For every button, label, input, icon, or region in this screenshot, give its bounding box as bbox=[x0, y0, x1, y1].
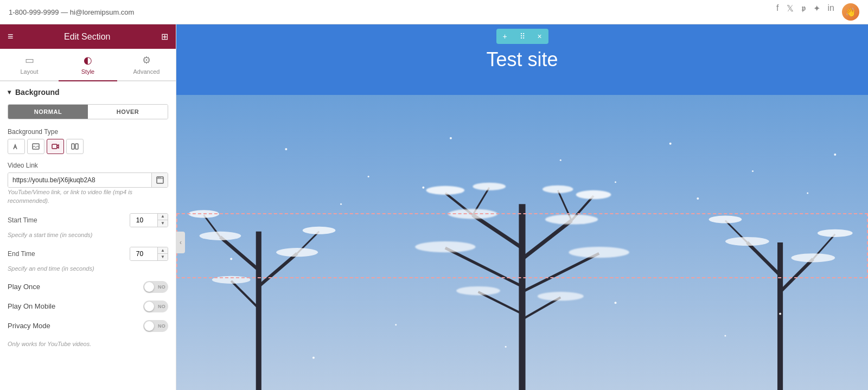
svg-point-33 bbox=[576, 190, 611, 199]
svg-point-58 bbox=[422, 187, 424, 189]
start-time-hint: Specify a start time (in seconds) bbox=[8, 232, 93, 238]
bg-type-color-btn[interactable] bbox=[8, 139, 25, 154]
play-on-mobile-no: NO bbox=[158, 304, 165, 309]
bg-type-image-btn[interactable] bbox=[27, 139, 44, 154]
background-label: Background bbox=[15, 88, 60, 97]
privacy-mode-toggle[interactable]: NO bbox=[143, 320, 168, 332]
bg-type-slideshow-btn[interactable] bbox=[66, 139, 84, 154]
normal-toggle-btn[interactable]: NORMAL bbox=[8, 105, 88, 119]
toolbar-add-btn[interactable]: + bbox=[496, 29, 514, 44]
snow-tree-visual bbox=[176, 95, 868, 390]
svg-point-46 bbox=[709, 215, 742, 223]
privacy-mode-row: Privacy Mode NO bbox=[8, 320, 168, 332]
end-time-input[interactable] bbox=[130, 247, 157, 260]
end-time-input-wrapper: ▲ ▼ bbox=[130, 247, 168, 261]
avatar-icon[interactable]: 👋 bbox=[842, 3, 859, 21]
facebook-icon[interactable]: f bbox=[776, 3, 778, 21]
play-once-toggle[interactable]: NO bbox=[143, 281, 168, 293]
svg-point-45 bbox=[212, 276, 251, 284]
start-time-up-btn[interactable]: ▲ bbox=[158, 214, 168, 220]
svg-point-44 bbox=[303, 227, 336, 234]
linkedin-icon[interactable]: in bbox=[828, 3, 834, 21]
play-on-mobile-toggle[interactable]: NO bbox=[143, 301, 168, 312]
video-link-input-wrapper bbox=[8, 172, 168, 188]
start-time-input-row: Start Time ▲ ▼ bbox=[8, 213, 168, 227]
hover-toggle-btn[interactable]: HOVER bbox=[88, 105, 168, 119]
svg-point-61 bbox=[807, 192, 808, 194]
pinterest-icon[interactable]: 𝖕 bbox=[801, 3, 806, 21]
svg-point-39 bbox=[456, 286, 500, 295]
collapse-panel-btn[interactable]: ‹ bbox=[176, 232, 185, 253]
tab-layout[interactable]: ▭ Layout bbox=[0, 49, 59, 81]
contact-info: 1-800-999-9999 — hi@loremipsum.com bbox=[9, 8, 765, 16]
svg-point-52 bbox=[450, 137, 452, 139]
privacy-mode-label: Privacy Mode bbox=[8, 322, 50, 330]
svg-point-54 bbox=[669, 143, 672, 145]
main-layout: ≡ Edit Section ⊞ ▭ Layout ◐ Style ⚙ Adva… bbox=[0, 24, 868, 390]
end-time-hint: Specify an end time (in seconds) bbox=[8, 265, 94, 272]
tab-advanced[interactable]: ⚙ Advanced bbox=[117, 49, 176, 81]
svg-point-41 bbox=[188, 210, 219, 218]
site-header-bar: Test site + ⠿ × bbox=[176, 24, 868, 95]
hamburger-icon[interactable]: ≡ bbox=[8, 31, 14, 42]
svg-point-38 bbox=[569, 247, 629, 258]
end-time-down-btn[interactable]: ▼ bbox=[158, 254, 168, 260]
right-content: Test site + ⠿ × bbox=[176, 24, 868, 390]
end-time-up-btn[interactable]: ▲ bbox=[158, 247, 168, 254]
tab-layout-label: Layout bbox=[20, 68, 38, 75]
toolbar-move-btn[interactable]: ⠿ bbox=[514, 29, 531, 44]
svg-point-43 bbox=[276, 248, 318, 257]
tab-style[interactable]: ◐ Style bbox=[59, 49, 117, 81]
video-link-icon-btn[interactable] bbox=[151, 173, 168, 187]
twitter-icon[interactable]: 𝕏 bbox=[787, 3, 794, 21]
yelp-icon[interactable]: ✦ bbox=[813, 3, 820, 21]
bg-type-video-btn[interactable] bbox=[47, 139, 64, 154]
start-time-input-wrapper: ▲ ▼ bbox=[130, 213, 168, 227]
panel-title: Edit Section bbox=[64, 32, 110, 42]
tab-advanced-label: Advanced bbox=[133, 68, 160, 75]
play-on-mobile-row: Play On Mobile NO bbox=[8, 301, 168, 312]
end-time-label: End Time bbox=[8, 250, 35, 258]
svg-rect-3 bbox=[75, 144, 78, 149]
video-link-hint: YouTube/Vimeo link, or link to video fil… bbox=[8, 189, 132, 204]
svg-point-35 bbox=[448, 209, 497, 219]
layout-icon: ▭ bbox=[25, 54, 34, 66]
start-time-spinners: ▲ ▼ bbox=[157, 214, 168, 227]
svg-point-51 bbox=[368, 176, 369, 177]
svg-point-65 bbox=[724, 335, 726, 337]
background-header[interactable]: ▾ Background bbox=[8, 88, 168, 97]
svg-point-64 bbox=[615, 302, 617, 304]
play-once-no: NO bbox=[158, 284, 165, 290]
svg-point-55 bbox=[752, 170, 754, 172]
grid-icon[interactable]: ⊞ bbox=[161, 31, 168, 42]
end-time-row: End Time ▲ ▼ Specify an end time (in sec… bbox=[8, 247, 168, 273]
svg-point-62 bbox=[230, 258, 232, 260]
video-link-input[interactable] bbox=[8, 173, 151, 187]
play-once-label: Play Once bbox=[8, 283, 40, 291]
edit-section-header: ≡ Edit Section ⊞ bbox=[0, 24, 176, 49]
svg-point-7 bbox=[159, 177, 161, 178]
video-link-row: Video Link YouTube/Vimeo link, or link t… bbox=[8, 162, 168, 206]
toolbar-close-btn[interactable]: × bbox=[531, 29, 548, 44]
start-time-label: Start Time bbox=[8, 216, 37, 224]
privacy-mode-thumb bbox=[144, 321, 154, 331]
svg-point-31 bbox=[426, 186, 464, 195]
svg-point-42 bbox=[200, 232, 241, 240]
svg-point-47 bbox=[725, 237, 769, 246]
svg-point-37 bbox=[415, 241, 475, 252]
start-time-row: Start Time ▲ ▼ Specify a start time (in … bbox=[8, 213, 168, 239]
tabs-container: ▭ Layout ◐ Style ⚙ Advanced bbox=[0, 49, 176, 81]
start-time-input[interactable] bbox=[130, 214, 157, 227]
svg-point-48 bbox=[791, 253, 835, 262]
svg-point-57 bbox=[340, 203, 342, 205]
left-panel: ≡ Edit Section ⊞ ▭ Layout ◐ Style ⚙ Adva… bbox=[0, 24, 176, 390]
start-time-down-btn[interactable]: ▼ bbox=[158, 220, 168, 227]
background-type-row: Background Type bbox=[8, 128, 168, 154]
bg-type-label: Background Type bbox=[8, 128, 168, 136]
tab-style-label: Style bbox=[81, 68, 94, 75]
style-icon: ◐ bbox=[84, 54, 92, 66]
site-title: Test site bbox=[486, 48, 558, 71]
svg-point-56 bbox=[834, 154, 836, 156]
svg-rect-2 bbox=[72, 144, 74, 149]
advanced-icon: ⚙ bbox=[142, 54, 151, 66]
